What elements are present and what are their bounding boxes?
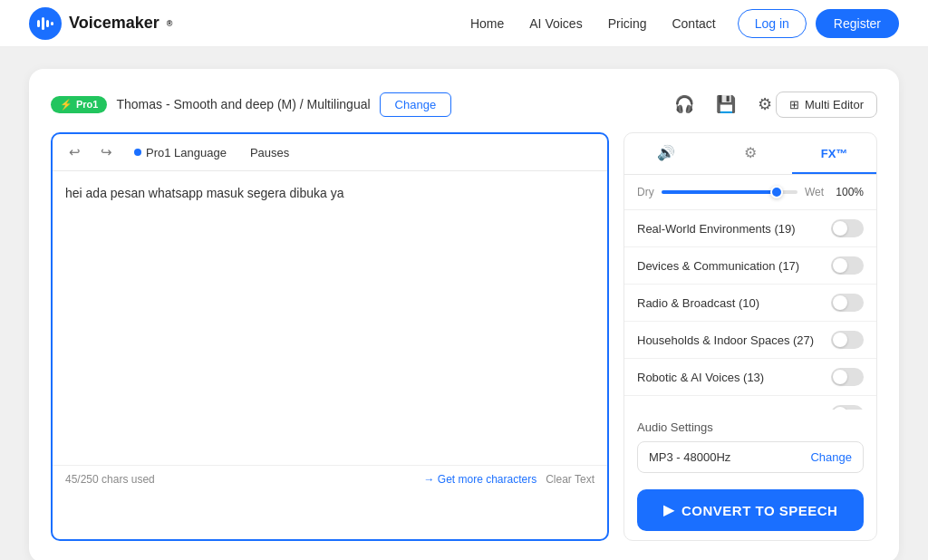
voice-name: Thomas - Smooth and deep (M) / Multiling… <box>116 97 370 111</box>
dry-wet-slider[interactable] <box>662 190 798 194</box>
audio-settings-label: Audio Settings <box>637 420 864 434</box>
pro-icon: ⚡ <box>60 99 72 111</box>
audio-settings-section: Audio Settings MP3 - 48000Hz Change <box>624 410 876 480</box>
tab-volume[interactable]: 🔊 <box>624 133 709 174</box>
toggle-households[interactable] <box>831 331 864 349</box>
nav-pricing[interactable]: Pricing <box>608 16 647 31</box>
pro1-language-button[interactable]: Pro1 Language <box>127 142 234 163</box>
tab-fx[interactable]: FX™ <box>792 133 876 174</box>
footer-links: → Get more characters Clear Text <box>423 473 594 486</box>
editor-toolbar: ↩ ↪ Pro1 Language Pauses <box>53 134 607 171</box>
slider-thumb <box>770 186 783 198</box>
list-item[interactable]: Real-World Environments (19) <box>624 210 876 247</box>
pro1-lang-label: Pro1 Language <box>146 146 227 159</box>
toggle-scifi[interactable] <box>831 405 864 410</box>
fx-item-label: Radio & Broadcast (10) <box>637 296 759 310</box>
wet-percent: 100% <box>831 186 864 198</box>
convert-label: CONVERT TO SPEECH <box>682 503 837 518</box>
toggle-radio[interactable] <box>831 294 864 312</box>
undo-button[interactable]: ↩ <box>63 141 86 163</box>
pauses-button[interactable]: Pauses <box>243 142 296 163</box>
fx-item-label: Devices & Communication (17) <box>637 259 799 273</box>
wet-label: Wet <box>805 186 824 198</box>
nav-contact[interactable]: Contact <box>672 16 715 31</box>
sliders-icon: ⚙ <box>744 145 757 160</box>
svg-rect-0 <box>37 20 40 27</box>
list-item[interactable]: Radio & Broadcast (10) <box>624 285 876 322</box>
clear-text-link[interactable]: Clear Text <box>546 473 594 486</box>
multi-editor-label: Multi Editor <box>805 98 864 111</box>
change-voice-button[interactable]: Change <box>380 92 452 117</box>
list-item[interactable]: Robotic & AI Voices (13) <box>624 359 876 396</box>
multi-editor-icon: ⊞ <box>789 98 799 111</box>
voice-actions: 🎧 💾 ⚙ <box>671 91 776 118</box>
fx-panel: 🔊 ⚙ FX™ Dry Wet 100% <box>624 132 877 541</box>
slider-track <box>662 190 798 194</box>
editor-section: ↩ ↪ Pro1 Language Pauses hei ada pesan w… <box>51 132 609 541</box>
pro-badge-label: Pro1 <box>76 99 98 110</box>
headphone-icon: 🎧 <box>674 95 694 113</box>
slider-fill <box>662 190 778 194</box>
nav-home[interactable]: Home <box>470 16 504 31</box>
list-item[interactable]: Households & Indoor Spaces (27) <box>624 322 876 359</box>
play-icon: ▶ <box>663 502 675 518</box>
fx-tab-label: FX™ <box>821 147 848 160</box>
svg-rect-1 <box>42 17 44 30</box>
nav-links: Home AI Voices Pricing Contact <box>470 16 716 31</box>
fx-item-label: Households & Indoor Spaces (27) <box>637 333 814 347</box>
toggle-robotic[interactable] <box>831 368 864 386</box>
pro1-badge: ⚡ Pro1 <box>51 96 107 113</box>
gear-icon: ⚙ <box>758 95 772 113</box>
fx-tabs: 🔊 ⚙ FX™ <box>624 133 876 175</box>
dry-wet-row: Dry Wet 100% <box>624 175 876 210</box>
save-button[interactable]: 💾 <box>712 91 740 118</box>
svg-rect-2 <box>46 20 49 27</box>
logo: Voicemaker® <box>29 7 172 40</box>
navbar: Voicemaker® Home AI Voices Pricing Conta… <box>0 0 928 47</box>
content-area: ↩ ↪ Pro1 Language Pauses hei ada pesan w… <box>51 132 877 541</box>
redo-button[interactable]: ↪ <box>95 141 118 163</box>
audio-format-change[interactable]: Change <box>810 450 852 464</box>
tab-settings[interactable]: ⚙ <box>709 133 793 174</box>
pro1-dot <box>134 149 141 156</box>
voice-selector-row: ⚡ Pro1 Thomas - Smooth and deep (M) / Mu… <box>51 91 877 118</box>
editor-footer: 45/250 chars used → Get more characters … <box>53 465 607 493</box>
fx-list: Real-World Environments (19) Devices & C… <box>624 210 876 410</box>
list-item[interactable]: Devices & Communication (17) <box>624 247 876 285</box>
convert-to-speech-button[interactable]: ▶ CONVERT TO SPEECH <box>637 489 864 531</box>
toggle-real-world[interactable] <box>831 219 864 237</box>
volume-icon: 🔊 <box>657 145 675 160</box>
main-card: ⚡ Pro1 Thomas - Smooth and deep (M) / Mu… <box>29 69 899 560</box>
svg-rect-3 <box>51 22 53 25</box>
audio-format-row: MP3 - 48000Hz Change <box>637 441 864 473</box>
login-button[interactable]: Log in <box>738 9 807 38</box>
voice-info: ⚡ Pro1 Thomas - Smooth and deep (M) / Mu… <box>51 92 649 117</box>
register-button[interactable]: Register <box>816 9 899 38</box>
chars-used: 45/250 chars used <box>65 473 155 486</box>
multi-editor-button[interactable]: ⊞ Multi Editor <box>776 92 877 118</box>
settings-button[interactable]: ⚙ <box>754 91 776 118</box>
get-more-chars-link[interactable]: → Get more characters <box>423 473 536 486</box>
logo-icon <box>29 7 62 40</box>
headphone-button[interactable]: 🎧 <box>671 91 698 118</box>
audio-format-value: MP3 - 48000Hz <box>649 450 730 464</box>
logo-text: Voicemaker <box>69 14 160 33</box>
dry-label: Dry <box>637 186 654 198</box>
text-editor[interactable]: hei ada pesan whatsapp masuk segera dibu… <box>53 171 607 461</box>
fx-item-label: Real-World Environments (19) <box>637 222 796 236</box>
nav-ai-voices[interactable]: AI Voices <box>529 16 582 31</box>
fx-item-label: Robotic & AI Voices (13) <box>637 371 764 384</box>
save-icon: 💾 <box>716 95 736 113</box>
toggle-devices[interactable] <box>831 256 864 275</box>
list-item[interactable]: Sci-Fi & Fantasy (14) <box>624 396 876 410</box>
